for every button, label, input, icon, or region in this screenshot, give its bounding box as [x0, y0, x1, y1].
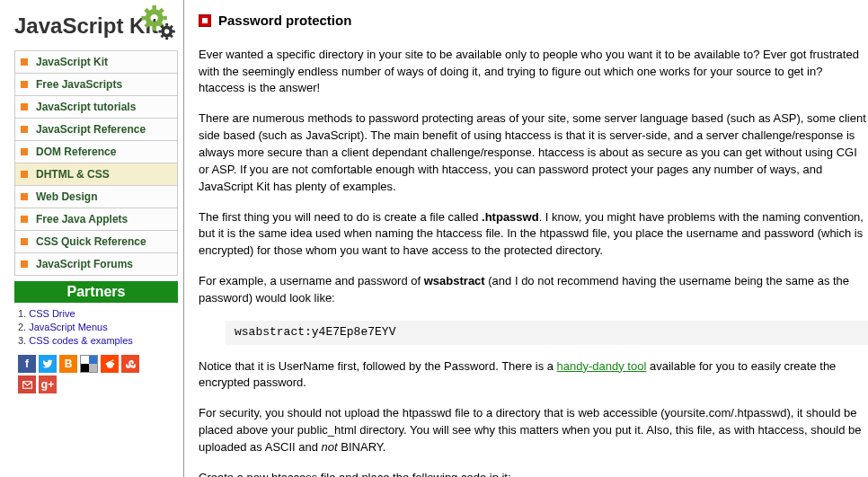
partner-item: 1. CSS Drive: [18, 308, 178, 319]
nav-bullet-icon: [21, 216, 28, 223]
nav-label: JavaScript Reference: [36, 123, 146, 136]
twitter-icon[interactable]: [39, 355, 57, 373]
partner-link[interactable]: CSS codes & examples: [29, 335, 133, 346]
nav-label: JavaScript Forums: [36, 258, 133, 270]
googleplus-icon[interactable]: g+: [39, 375, 57, 393]
nav-bullet-icon: [21, 126, 28, 133]
nav-bullet-icon: [21, 81, 28, 88]
partner-link[interactable]: CSS Drive: [29, 308, 75, 319]
sidebar: JavaScript Kit: [9, 0, 184, 477]
partner-item: 3. CSS codes & examples: [18, 335, 178, 346]
svg-point-20: [112, 362, 114, 364]
blogger-icon[interactable]: B: [59, 355, 77, 373]
svg-point-0: [148, 12, 161, 24]
gmail-icon[interactable]: [18, 375, 36, 393]
main-content: Password protection Ever wanted a specif…: [184, 0, 868, 477]
nav-bullet-icon: [21, 193, 28, 200]
reddit-icon[interactable]: [101, 355, 119, 373]
svg-line-7: [160, 9, 163, 12]
main-nav: JavaScript KitFree JavaScriptsJavaScript…: [14, 50, 178, 276]
delicious-icon[interactable]: [80, 355, 98, 373]
nav-label: DHTML & CSS: [36, 168, 110, 181]
nav-item[interactable]: DOM Reference: [15, 140, 177, 163]
intro-para: Ever wanted a specific directory in your…: [199, 47, 868, 98]
nav-label: JavaScript tutorials: [36, 101, 136, 113]
nav-bullet-icon: [21, 261, 28, 268]
social-icons: f B g+: [18, 355, 153, 393]
svg-line-5: [146, 9, 148, 12]
svg-line-16: [171, 26, 173, 28]
nav-item[interactable]: DHTML & CSS: [15, 163, 177, 185]
nav-item[interactable]: JavaScript Reference: [15, 118, 177, 140]
gear-icon: [135, 4, 176, 48]
facebook-icon[interactable]: f: [18, 355, 36, 373]
nav-item[interactable]: Free Java Applets: [15, 208, 177, 230]
nav-label: Web Design: [36, 190, 97, 203]
svg-line-14: [161, 26, 163, 28]
body-para: For security, you should not upload the …: [199, 405, 868, 456]
svg-line-8: [146, 24, 148, 27]
body-para: There are numerous methods to password p…: [199, 110, 868, 195]
svg-line-15: [171, 35, 173, 37]
title-bullet-icon: [199, 14, 211, 27]
body-para: Notice that it is UserName first, follow…: [199, 358, 868, 393]
nav-item[interactable]: CSS Quick Reference: [15, 230, 177, 252]
body-para: Create a new htaccess file and place the…: [199, 470, 868, 477]
svg-line-17: [161, 35, 163, 37]
code-block: wsabstract:y4E7Ep8e7EYV: [226, 321, 868, 345]
nav-item[interactable]: JavaScript tutorials: [15, 95, 177, 118]
partners-header: Partners: [14, 281, 178, 303]
nav-label: Free JavaScripts: [36, 78, 122, 91]
svg-point-18: [106, 361, 113, 368]
nav-label: Free Java Applets: [36, 213, 128, 225]
nav-bullet-icon: [21, 171, 28, 178]
nav-item[interactable]: JavaScript Kit: [15, 51, 177, 73]
body-para: The first thing you will need to do is c…: [199, 209, 868, 261]
nav-bullet-icon: [21, 103, 28, 110]
nav-item[interactable]: Free JavaScripts: [15, 73, 177, 95]
nav-bullet-icon: [21, 58, 28, 66]
body-para: For example, a username and password of …: [199, 273, 868, 307]
nav-label: DOM Reference: [36, 146, 116, 158]
stumbleupon-icon[interactable]: [121, 355, 139, 373]
nav-item[interactable]: JavaScript Forums: [15, 252, 177, 275]
nav-label: CSS Quick Reference: [36, 235, 146, 248]
partner-link[interactable]: JavaScript Menus: [29, 322, 107, 332]
logo[interactable]: JavaScript Kit: [14, 7, 178, 45]
nav-bullet-icon: [21, 238, 28, 245]
tool-link[interactable]: handy-dandy tool: [557, 359, 647, 373]
nav-label: JavaScript Kit: [36, 56, 108, 68]
page-title: Password protection: [218, 11, 351, 31]
partner-item: 2. JavaScript Menus: [18, 322, 178, 332]
svg-point-19: [105, 362, 107, 364]
svg-line-22: [110, 360, 112, 361]
nav-bullet-icon: [21, 148, 28, 155]
nav-item[interactable]: Web Design: [15, 185, 177, 208]
partners-list: 1. CSS Drive2. JavaScript Menus3. CSS co…: [18, 308, 178, 346]
svg-point-9: [163, 27, 171, 35]
